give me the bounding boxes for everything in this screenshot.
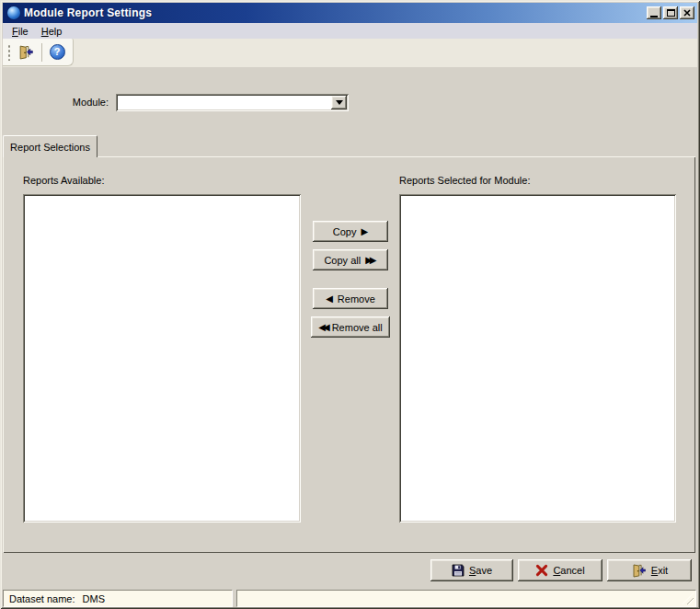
minimize-button[interactable]	[647, 6, 661, 19]
toolbar-island: ?	[3, 39, 74, 66]
window-controls	[647, 6, 694, 19]
titlebar: Module Report Settings	[3, 3, 697, 23]
minimize-icon	[650, 16, 658, 17]
exit-button[interactable]: Exit	[607, 559, 692, 581]
menubar: File Help	[3, 23, 697, 39]
double-arrow-left-icon: ◀◀	[318, 323, 327, 332]
menu-help[interactable]: Help	[35, 25, 69, 38]
save-label: Save	[469, 565, 492, 576]
copy-button[interactable]: Copy ▶	[313, 221, 388, 242]
module-dropdown-button[interactable]	[331, 96, 347, 109]
arrow-right-icon: ▶	[361, 227, 368, 236]
save-button[interactable]: Save	[430, 559, 513, 581]
help-toolbar-button[interactable]: ?	[46, 41, 68, 63]
tab-report-selections[interactable]: Report Selections	[3, 135, 98, 157]
resize-grip[interactable]	[682, 592, 694, 604]
copy-label: Copy	[333, 226, 357, 237]
module-input[interactable]	[119, 97, 329, 109]
exit-door-icon	[631, 563, 647, 578]
reports-selected-listbox[interactable]	[399, 194, 676, 523]
remove-label: Remove	[338, 293, 375, 304]
toolbar: ?	[3, 39, 697, 67]
cancel-label: Cancel	[553, 565, 584, 576]
menu-file[interactable]: File	[6, 25, 35, 38]
double-arrow-right-icon: ▶▶	[365, 256, 373, 265]
reports-selected-label: Reports Selected for Module:	[399, 175, 530, 186]
status-panel-empty	[236, 590, 696, 607]
window-title: Module Report Settings	[24, 6, 647, 19]
cancel-x-icon	[535, 564, 548, 577]
dataset-name-label: Dataset name:	[9, 593, 75, 604]
help-icon: ?	[50, 44, 65, 60]
report-selections-page: Reports Available: Reports Selected for …	[3, 156, 695, 553]
dataset-name-value: DMS	[83, 593, 105, 604]
close-icon	[683, 9, 691, 17]
statusbar: Dataset name: DMS	[0, 586, 700, 609]
save-floppy-icon	[452, 564, 465, 577]
copy-all-button[interactable]: Copy all ▶▶	[313, 249, 388, 270]
reports-available-listbox[interactable]	[23, 194, 301, 523]
copy-all-label: Copy all	[324, 255, 361, 266]
maximize-icon	[667, 9, 675, 17]
exit-door-icon	[17, 44, 34, 60]
reports-available-label: Reports Available:	[23, 175, 104, 186]
remove-all-label: Remove all	[332, 322, 383, 333]
exit-toolbar-button[interactable]	[15, 41, 37, 63]
close-button[interactable]	[680, 6, 694, 19]
chevron-down-icon	[336, 100, 343, 105]
remove-button[interactable]: ◀ Remove	[313, 288, 388, 309]
status-panel-dataset: Dataset name: DMS	[3, 590, 233, 607]
toolbar-separator	[41, 43, 42, 62]
module-report-settings-window: Module Report Settings File Help	[0, 0, 700, 609]
app-icon	[7, 6, 20, 19]
module-combobox[interactable]	[116, 94, 349, 111]
remove-all-button[interactable]: ◀◀ Remove all	[311, 316, 390, 338]
toolbar-drag-handle[interactable]	[7, 44, 11, 61]
tab-label: Report Selections	[10, 142, 90, 153]
exit-label: Exit	[651, 565, 668, 576]
cancel-button[interactable]: Cancel	[518, 559, 602, 581]
maximize-button[interactable]	[663, 6, 678, 19]
module-label: Module:	[37, 97, 109, 108]
arrow-left-icon: ◀	[326, 294, 333, 304]
